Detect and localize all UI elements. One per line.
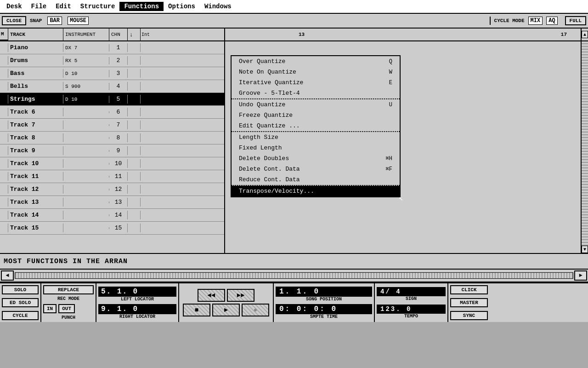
right-locator-display: 9. 1. 0 <box>98 304 176 314</box>
track-row[interactable]: Track 10 10 <box>0 157 224 170</box>
rec-mode-label: REC MODE <box>43 296 94 301</box>
locator-section: 5. 1. 0 LEFT LOCATOR 9. 1. 0 RIGHT LOCAT… <box>96 283 179 322</box>
cycle-button[interactable]: CYCLE <box>2 311 39 320</box>
smpte-display: 0: 0: 0: 0 <box>276 304 372 314</box>
menu-note-on-quantize[interactable]: Note On Quantize W <box>232 67 400 77</box>
transport-section: ◄◄ ►► ■ ► ● <box>179 283 274 322</box>
left-locator-display: 5. 1. 0 <box>98 287 176 297</box>
scrollbar-up-area: ▲ <box>581 29 588 40</box>
left-locator-label: LEFT LOCATOR <box>98 297 176 302</box>
track-row[interactable]: Track 15 15 <box>0 222 224 235</box>
sign-group: 4/ 4 SIGN <box>377 287 446 301</box>
menu-groove[interactable]: Groove - 5-Tlet-4 <box>232 88 400 98</box>
play-button[interactable]: ► <box>212 304 240 316</box>
vertical-scrollbar[interactable]: ▼ <box>581 41 588 253</box>
right-locator-group: 9. 1. 0 RIGHT LOCATOR <box>98 304 176 319</box>
full-button[interactable]: FULL <box>565 16 586 25</box>
track-row[interactable]: Track 14 14 <box>0 209 224 222</box>
in-button[interactable]: IN <box>43 304 57 313</box>
left-locator-group: 5. 1. 0 LEFT LOCATOR <box>98 287 176 302</box>
replace-button[interactable]: REPLACE <box>43 285 94 294</box>
col-header-chn: CHN <box>109 29 128 40</box>
time-section: 1. 1. 0 SONG POSITION 0: 0: 0: 0 SMPTE T… <box>274 283 375 322</box>
track-row[interactable]: Drums RX 5 2 <box>0 54 224 67</box>
track-row[interactable]: Track 13 13 <box>0 196 224 209</box>
song-position-display: 1. 1. 0 <box>276 287 372 297</box>
track-panel: Piano DX 7 1 Drums RX 5 2 Bass D 10 3 Be… <box>0 41 225 253</box>
aq-value[interactable]: AQ <box>546 17 557 25</box>
track-row[interactable]: Strings D 10 5 <box>0 93 224 106</box>
menu-undo-quantize[interactable]: Undo Quantize U <box>232 99 400 110</box>
fast-forward-button[interactable]: ►► <box>227 289 254 302</box>
menu-file[interactable]: File <box>27 2 51 11</box>
main-area: Piano DX 7 1 Drums RX 5 2 Bass D 10 3 Be… <box>0 41 588 253</box>
smpte-label: SMPTE TIME <box>276 314 372 319</box>
tempo-label: TEMPO <box>377 314 446 319</box>
menu-fixed-length[interactable]: Fixed Length <box>232 143 400 153</box>
menu-transpose-velocity[interactable]: Transpose/Velocity... ↖ <box>232 186 400 196</box>
menu-edit-quantize[interactable]: Edit Quantize ... <box>232 121 400 131</box>
menu-windows[interactable]: Windows <box>200 2 236 11</box>
scrollbar-up-button[interactable]: ▲ <box>582 31 588 38</box>
menu-section-edit: Length Size Fixed Length Delete Doubles … <box>232 132 400 186</box>
sync-button[interactable]: SYNC <box>450 311 488 320</box>
master-button[interactable]: MASTER <box>450 298 488 307</box>
track-row[interactable]: Track 11 11 <box>0 170 224 183</box>
menu-length-size[interactable]: Length Size <box>232 132 400 143</box>
functions-menu: Over Quantize Q Note On Quantize W Itera… <box>231 55 401 197</box>
track-row[interactable]: Piano DX 7 1 <box>0 41 224 54</box>
menu-over-quantize[interactable]: Over Quantize Q <box>232 56 400 67</box>
track-row[interactable]: Track 6 6 <box>0 106 224 119</box>
status-bar: MOST FUNCTIONS IN THE ARRAN <box>0 253 588 270</box>
replace-section: REPLACE REC MODE IN OUT PUNCH <box>41 283 96 322</box>
menu-delete-cont[interactable]: Delete Cont. Data ⌘F <box>232 164 400 174</box>
menu-reduce-cont[interactable]: Reduce Cont. Data <box>232 174 400 185</box>
arrange-ruler: 13 17 <box>225 29 581 40</box>
scrollbar-track <box>582 41 588 246</box>
solo-section: SOLO ED SOLO CYCLE <box>0 283 41 322</box>
solo-button[interactable]: SOLO <box>2 285 39 294</box>
song-position-group: 1. 1. 0 SONG POSITION <box>276 287 372 302</box>
menu-delete-doubles[interactable]: Delete Doubles ⌘H <box>232 153 400 164</box>
menu-options[interactable]: Options <box>164 2 200 11</box>
menu-iterative-quantize[interactable]: Iterative Quantize E <box>232 77 400 88</box>
out-button[interactable]: OUT <box>58 304 75 313</box>
menu-functions[interactable]: Functions <box>119 2 164 11</box>
scrollbar-down-button[interactable]: ▼ <box>582 246 588 253</box>
ed-solo-button[interactable]: ED SOLO <box>2 298 39 307</box>
track-row[interactable]: Track 8 8 <box>0 132 224 144</box>
col-header-instrument: INSTRUMENT <box>63 29 109 40</box>
menu-structure[interactable]: Structure <box>76 2 120 11</box>
right-buttons-section: CLICK MASTER SYNC <box>448 283 490 322</box>
bottom-bar: SOLO ED SOLO CYCLE REPLACE REC MODE IN O… <box>0 282 588 322</box>
col-header-m: M <box>0 29 8 40</box>
scroll-track[interactable] <box>15 272 573 279</box>
stop-button[interactable]: ■ <box>183 304 210 316</box>
scroll-left-button[interactable]: ◄ <box>1 270 14 281</box>
track-row[interactable]: Track 7 7 <box>0 119 224 132</box>
menu-section-quantize: Over Quantize Q Note On Quantize W Itera… <box>232 56 400 99</box>
menu-edit[interactable]: Edit <box>51 2 76 11</box>
close-button[interactable]: CLOSE <box>2 16 26 25</box>
track-rows: Piano DX 7 1 Drums RX 5 2 Bass D 10 3 Be… <box>0 41 224 235</box>
menu-freeze-quantize[interactable]: Freeze Quantize <box>232 110 400 121</box>
menu-desk[interactable]: Desk <box>2 2 27 11</box>
col-header-track: TRACK <box>8 29 63 40</box>
track-row[interactable]: Track 12 12 <box>0 183 224 196</box>
scroll-right-button[interactable]: ► <box>574 270 587 281</box>
click-button[interactable]: CLICK <box>450 285 488 294</box>
track-header-area: M TRACK INSTRUMENT CHN ↓ Int 13 17 ▲ <box>0 29 588 41</box>
menu-section-undo: Undo Quantize U Freeze Quantize Edit Qua… <box>232 99 400 132</box>
punch-row: IN OUT <box>43 304 94 313</box>
cycle-mode-value[interactable]: MIX <box>528 17 543 25</box>
menu-section-transpose: Transpose/Velocity... ↖ <box>232 186 400 196</box>
rewind-button[interactable]: ◄◄ <box>198 289 225 302</box>
record-button[interactable]: ● <box>242 304 269 316</box>
toolbar: CLOSE SNAP BAR MOUSE CYCLE MODE MIX AQ F… <box>0 14 588 29</box>
status-text: MOST FUNCTIONS IN THE ARRAN <box>4 258 128 265</box>
track-row[interactable]: Track 9 9 <box>0 144 224 157</box>
track-row[interactable]: Bass D 10 3 <box>0 67 224 80</box>
track-row[interactable]: Bells S 900 4 <box>0 80 224 93</box>
mouse-value[interactable]: MOUSE <box>68 17 89 25</box>
snap-value[interactable]: BAR <box>47 17 62 25</box>
